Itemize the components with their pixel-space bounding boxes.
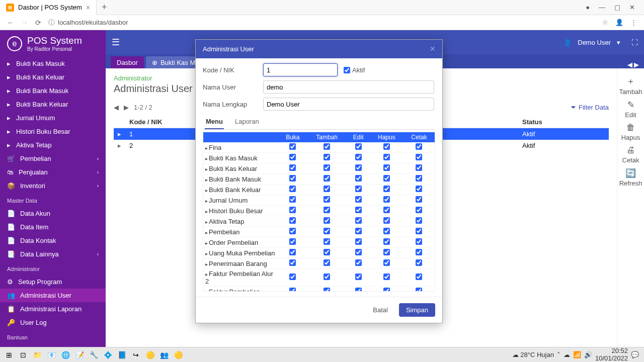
- perm-checkbox[interactable]: [324, 207, 330, 213]
- perm-checkbox[interactable]: [289, 175, 296, 182]
- perm-checkbox[interactable]: [289, 238, 296, 245]
- back-icon[interactable]: ←: [7, 19, 14, 27]
- aktif-checkbox[interactable]: Aktif: [344, 66, 365, 74]
- minimize-icon[interactable]: —: [599, 4, 605, 11]
- maximize-icon[interactable]: ▢: [614, 4, 620, 11]
- modal-tab-menu[interactable]: Menu: [205, 115, 224, 129]
- perm-checkbox[interactable]: [416, 238, 422, 245]
- caret-icon[interactable]: ▸: [205, 166, 208, 172]
- perm-checkbox[interactable]: [416, 196, 422, 203]
- close-window-icon[interactable]: ✕: [629, 4, 635, 11]
- perm-checkbox[interactable]: [355, 259, 362, 266]
- clock[interactable]: 20:52 10/01/2022: [595, 347, 628, 362]
- start-icon[interactable]: ⊞: [2, 348, 16, 362]
- perm-checkbox[interactable]: [416, 288, 422, 292]
- filter-data-button[interactable]: ⏷ Filter Data: [570, 104, 609, 111]
- browser-tab[interactable]: ⊞ Dasbor | POS System ×: [0, 0, 97, 15]
- caret-icon[interactable]: ▸: [205, 177, 208, 183]
- perm-checkbox[interactable]: [383, 238, 390, 245]
- reload-icon[interactable]: ⟳: [35, 19, 41, 27]
- perm-checkbox[interactable]: [416, 143, 422, 150]
- perm-checkbox[interactable]: [289, 274, 296, 280]
- bookmark-icon[interactable]: ☆: [602, 19, 608, 26]
- perm-checkbox[interactable]: [324, 238, 330, 245]
- perm-checkbox[interactable]: [324, 228, 330, 234]
- app-icon-2[interactable]: 🔧: [87, 348, 101, 362]
- sidebar-item[interactable]: 📦Inventori›: [0, 179, 106, 193]
- perm-checkbox[interactable]: [324, 154, 330, 160]
- perm-checkbox[interactable]: [289, 288, 296, 292]
- sidebar-item[interactable]: 📑Data Lainnya›: [0, 247, 106, 261]
- perm-checkbox[interactable]: [289, 207, 296, 213]
- perm-checkbox[interactable]: [383, 259, 390, 266]
- caret-icon[interactable]: ▸: [205, 188, 208, 193]
- perm-checkbox[interactable]: [383, 143, 390, 150]
- perm-checkbox[interactable]: [416, 274, 422, 280]
- new-tab-button[interactable]: +: [97, 2, 112, 13]
- perm-checkbox[interactable]: [289, 143, 296, 150]
- hapus-button[interactable]: 🗑Hapus: [621, 123, 640, 141]
- nama-input[interactable]: [263, 80, 434, 94]
- tab-close-icon[interactable]: ×: [86, 4, 90, 12]
- perm-checkbox[interactable]: [324, 274, 330, 280]
- sidebar-item[interactable]: 👥Administrasi User: [0, 289, 106, 302]
- perm-checkbox[interactable]: [355, 164, 362, 171]
- perm-checkbox[interactable]: [289, 154, 296, 160]
- url-input[interactable]: ⓘ localhost/ekuitas/dasbor: [48, 18, 595, 27]
- perm-checkbox[interactable]: [324, 143, 330, 150]
- perm-checkbox[interactable]: [383, 274, 390, 280]
- perm-checkbox[interactable]: [355, 217, 362, 224]
- perm-checkbox[interactable]: [383, 154, 390, 160]
- perm-checkbox[interactable]: [324, 175, 330, 182]
- perm-checkbox[interactable]: [416, 175, 422, 182]
- perm-checkbox[interactable]: [324, 164, 330, 171]
- sidebar-item[interactable]: ▸Aktiva Tetap: [0, 138, 106, 152]
- perm-checkbox[interactable]: [324, 288, 330, 292]
- user-name[interactable]: Demo User: [578, 39, 611, 46]
- edit-button[interactable]: ✎Edit: [625, 100, 636, 119]
- teams-icon[interactable]: 👥: [157, 348, 171, 362]
- perm-checkbox[interactable]: [416, 228, 422, 234]
- tambah-button[interactable]: ＋Tambah: [619, 75, 642, 96]
- explorer-icon[interactable]: 📁: [30, 348, 44, 362]
- app-icon-4[interactable]: ↪: [129, 348, 143, 362]
- caret-icon[interactable]: ▸: [205, 145, 208, 151]
- modal-close-icon[interactable]: ×: [430, 44, 435, 54]
- caret-icon[interactable]: ▸: [205, 198, 208, 204]
- weather-widget[interactable]: ☁ 28°C Hujan: [512, 351, 554, 358]
- sidebar-item[interactable]: ⚙Setup Program: [0, 275, 106, 289]
- caret-icon[interactable]: ▸: [205, 240, 208, 246]
- tab-prev-icon[interactable]: ◀: [627, 61, 632, 68]
- perm-checkbox[interactable]: [416, 207, 422, 213]
- perm-checkbox[interactable]: [383, 249, 390, 255]
- notifications-icon[interactable]: 💬: [631, 351, 639, 358]
- outlook-icon[interactable]: 📧: [44, 348, 58, 362]
- hamburger-icon[interactable]: ☰: [112, 37, 120, 48]
- sidebar-item[interactable]: 📋Administrasi Laporan: [0, 302, 106, 316]
- perm-checkbox[interactable]: [416, 154, 422, 160]
- caret-icon[interactable]: ▸: [205, 209, 208, 214]
- sidebar-item[interactable]: ▸Bukti Kas Keluar: [0, 70, 106, 84]
- app-icon-1[interactable]: 📝: [72, 348, 87, 362]
- chrome-icon[interactable]: 🟡: [143, 348, 157, 362]
- perm-checkbox[interactable]: [289, 164, 296, 171]
- modal-tab-laporan[interactable]: Laporan: [234, 115, 260, 129]
- perm-checkbox[interactable]: [355, 274, 362, 280]
- lengkap-input[interactable]: [263, 98, 434, 111]
- refresh-button[interactable]: 🔄Refresh: [619, 168, 642, 187]
- account-icon[interactable]: ●: [586, 4, 590, 11]
- sidebar-item[interactable]: 🛒Pembelian›: [0, 152, 106, 165]
- perm-checkbox[interactable]: [383, 207, 390, 213]
- perm-checkbox[interactable]: [289, 228, 296, 234]
- chevron-down-icon[interactable]: ▾: [617, 39, 620, 46]
- caret-icon[interactable]: ▸: [205, 156, 208, 161]
- tray-up-icon[interactable]: ˄: [557, 351, 560, 358]
- perm-checkbox[interactable]: [383, 175, 390, 182]
- perm-checkbox[interactable]: [383, 196, 390, 203]
- perm-checkbox[interactable]: [355, 207, 362, 213]
- perm-checkbox[interactable]: [355, 175, 362, 182]
- tab-dasbor[interactable]: Dasbor: [111, 56, 144, 68]
- sidebar-item[interactable]: ▸Bukti Kas Masuk: [0, 57, 106, 70]
- caret-icon[interactable]: ▸: [205, 251, 208, 256]
- menu-icon[interactable]: ⋮: [630, 19, 637, 26]
